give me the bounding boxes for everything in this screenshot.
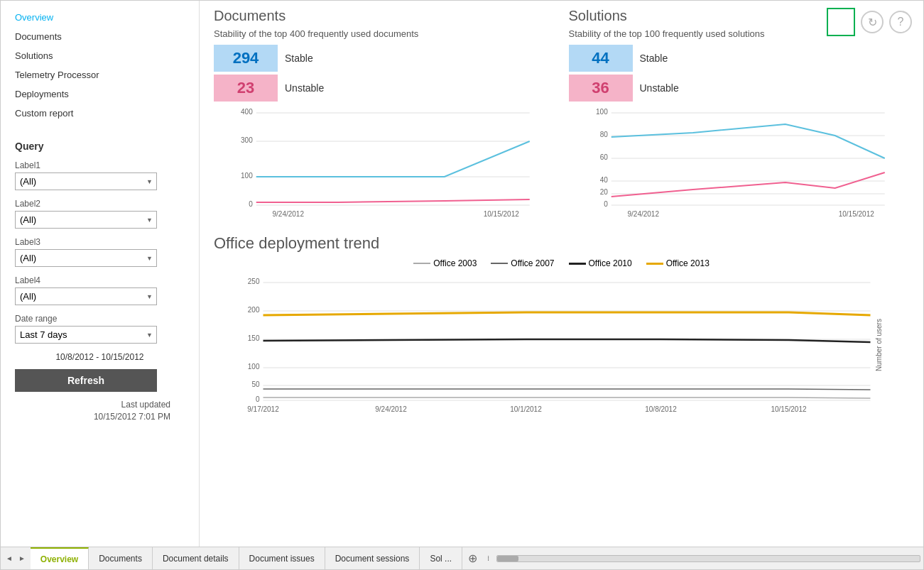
- legend-office2010-line: [569, 263, 586, 265]
- legend-office2013-label: Office 2013: [666, 258, 710, 268]
- svg-text:100: 100: [248, 363, 260, 371]
- documents-stable-row: 294 Stable: [214, 45, 555, 72]
- documents-unstable-count: 23: [214, 75, 278, 102]
- solutions-unstable-count: 36: [569, 75, 633, 102]
- label4-field: Label4 (All): [15, 275, 185, 305]
- label4-label: Label4: [15, 275, 185, 285]
- tab-add-button[interactable]: ⊕: [462, 547, 483, 569]
- legend-office2013-line: [646, 263, 663, 265]
- tab-document-details[interactable]: Document details: [153, 547, 239, 569]
- legend-office2007-label: Office 2007: [511, 258, 554, 268]
- sidebar-item-telemetry[interactable]: Telemetry Processor: [1, 65, 199, 84]
- scrollbar-track[interactable]: [496, 555, 920, 562]
- tab-scrollbar: [494, 547, 923, 569]
- documents-subtitle: Stability of the top 400 frequently used…: [214, 28, 555, 39]
- label2-select-wrapper: (All): [15, 211, 157, 229]
- svg-text:100: 100: [596, 108, 608, 116]
- refresh-icon-btn[interactable]: ↻: [861, 11, 884, 33]
- tab-document-sessions[interactable]: Document sessions: [325, 547, 420, 569]
- label1-select-wrapper: (All): [15, 172, 157, 190]
- label4-select[interactable]: (All): [15, 287, 157, 305]
- label2-field: Label2 (All): [15, 199, 185, 229]
- solutions-stable-count: 44: [569, 45, 633, 72]
- legend-office2010: Office 2010: [569, 258, 632, 268]
- charts-row: Documents Stability of the top 400 frequ…: [214, 8, 909, 220]
- svg-text:0: 0: [604, 200, 608, 208]
- main-area: Overview Documents Solutions Telemetry P…: [1, 1, 923, 547]
- label3-label: Label3: [15, 237, 185, 247]
- sidebar-nav: Overview Documents Solutions Telemetry P…: [1, 1, 199, 130]
- label3-select[interactable]: (All): [15, 249, 157, 267]
- legend-office2003: Office 2003: [413, 258, 477, 268]
- date-range-text: 10/8/2012 - 10/15/2012: [15, 352, 185, 362]
- svg-text:9/17/2012: 9/17/2012: [247, 405, 279, 413]
- svg-text:40: 40: [599, 176, 608, 184]
- tab-document-issues[interactable]: Document issues: [239, 547, 325, 569]
- solutions-stable-label: Stable: [640, 53, 668, 64]
- legend-office2013: Office 2013: [646, 258, 710, 268]
- legend-office2007: Office 2007: [491, 258, 554, 268]
- solutions-chart: 100 80 60 40 20 0: [569, 104, 910, 220]
- last-updated: Last updated 10/15/2012 7:01 PM: [15, 399, 185, 423]
- sidebar-item-solutions[interactable]: Solutions: [1, 46, 199, 65]
- sidebar: Overview Documents Solutions Telemetry P…: [1, 1, 200, 547]
- green-cell-indicator: [827, 8, 855, 36]
- tab-more-button[interactable]: ⁞: [483, 547, 494, 569]
- date-range-select-wrapper: Last 7 days: [15, 326, 157, 344]
- sidebar-item-custom-report[interactable]: Custom report: [1, 104, 199, 123]
- label1-label: Label1: [15, 160, 185, 170]
- legend-office2003-label: Office 2003: [433, 258, 477, 268]
- label1-select[interactable]: (All): [15, 172, 157, 190]
- deployment-chart: 250 200 150 100 50 0 Number of users: [214, 274, 909, 418]
- svg-text:80: 80: [599, 131, 608, 138]
- tab-nav-next[interactable]: ►: [16, 554, 28, 562]
- scrollbar-thumb[interactable]: [497, 556, 518, 561]
- query-title: Query: [15, 141, 185, 152]
- svg-text:10/8/2012: 10/8/2012: [645, 405, 677, 413]
- sidebar-item-deployments[interactable]: Deployments: [1, 84, 199, 104]
- svg-text:10/15/2012: 10/15/2012: [484, 210, 519, 218]
- query-section: Query Label1 (All) Label2 (All): [1, 130, 199, 547]
- documents-panel: Documents Stability of the top 400 frequ…: [214, 8, 555, 220]
- label2-select[interactable]: (All): [15, 211, 157, 229]
- date-range-label: Date range: [15, 314, 185, 324]
- documents-stable-count: 294: [214, 45, 278, 72]
- svg-text:0: 0: [256, 395, 260, 403]
- sidebar-item-documents[interactable]: Documents: [1, 27, 199, 46]
- label3-select-wrapper: (All): [15, 249, 157, 267]
- tab-overview[interactable]: Overview: [31, 547, 89, 569]
- deployment-legend: Office 2003 Office 2007 Office 2010 Offi…: [214, 258, 909, 268]
- documents-stable-label: Stable: [285, 53, 313, 64]
- documents-unstable-row: 23 Unstable: [214, 75, 555, 102]
- svg-text:Number of users: Number of users: [875, 319, 883, 371]
- svg-text:50: 50: [251, 380, 260, 388]
- solutions-unstable-row: 36 Unstable: [569, 75, 910, 102]
- svg-text:9/24/2012: 9/24/2012: [375, 405, 407, 413]
- refresh-button[interactable]: Refresh: [15, 369, 157, 392]
- solutions-stable-row: 44 Stable: [569, 45, 910, 72]
- tab-nav-prev[interactable]: ◄: [4, 554, 15, 562]
- solutions-panel: Solutions Stability of the top 100 frequ…: [569, 8, 910, 220]
- tab-sol[interactable]: Sol ...: [420, 547, 462, 569]
- last-updated-line2: 10/15/2012 7:01 PM: [94, 412, 170, 422]
- tab-documents[interactable]: Documents: [89, 547, 153, 569]
- documents-title: Documents: [214, 8, 555, 24]
- svg-text:300: 300: [241, 136, 253, 144]
- date-range-field: Date range Last 7 days: [15, 314, 185, 344]
- svg-text:400: 400: [241, 108, 253, 116]
- tab-items: Overview Documents Document details Docu…: [31, 547, 462, 569]
- svg-text:250: 250: [248, 278, 260, 285]
- label2-label: Label2: [15, 199, 185, 209]
- sidebar-item-overview[interactable]: Overview: [1, 8, 199, 27]
- label4-select-wrapper: (All): [15, 287, 157, 305]
- app-container: Overview Documents Solutions Telemetry P…: [0, 0, 924, 570]
- svg-text:60: 60: [599, 153, 608, 161]
- help-icon-btn[interactable]: ?: [889, 11, 912, 33]
- svg-text:20: 20: [599, 188, 608, 196]
- documents-unstable-label: Unstable: [285, 82, 324, 94]
- svg-text:10/15/2012: 10/15/2012: [838, 210, 874, 218]
- date-range-select[interactable]: Last 7 days: [15, 326, 157, 344]
- last-updated-line1: Last updated: [121, 400, 170, 410]
- svg-text:0: 0: [249, 200, 253, 208]
- legend-office2007-line: [491, 263, 508, 264]
